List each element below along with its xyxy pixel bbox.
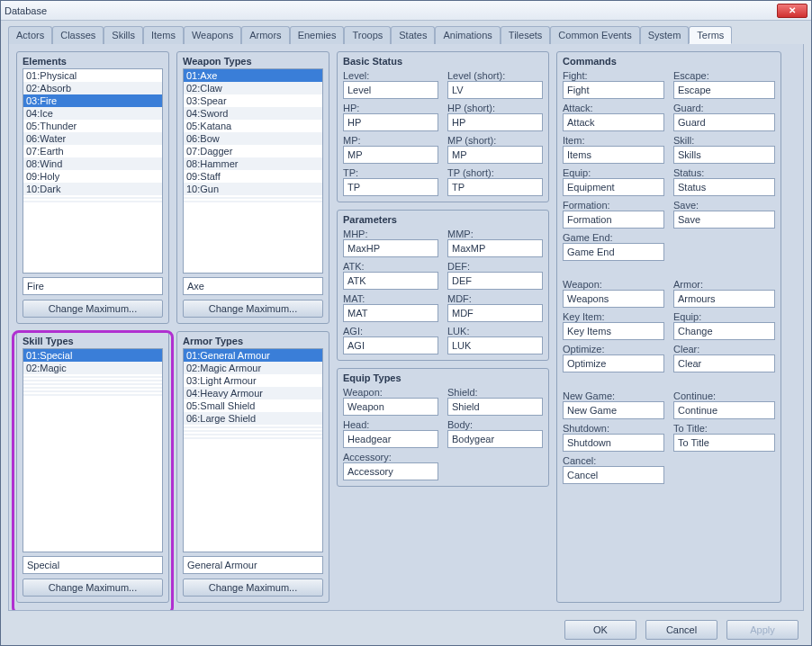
list-item[interactable]: 06:Bow	[184, 132, 322, 145]
field-input[interactable]	[447, 430, 543, 448]
field-input[interactable]	[343, 81, 438, 99]
list-item[interactable]: 05:Small Shield	[184, 399, 322, 412]
field-input[interactable]	[343, 430, 438, 448]
field-input[interactable]	[563, 354, 664, 372]
tab-states[interactable]: States	[391, 26, 435, 44]
field-input[interactable]	[343, 336, 438, 354]
field-input[interactable]	[673, 401, 775, 419]
list-item[interactable]	[184, 437, 322, 439]
tab-terms[interactable]: Terms	[689, 26, 732, 44]
field-input[interactable]	[673, 178, 775, 196]
field-input[interactable]	[447, 304, 543, 322]
field-input[interactable]	[343, 304, 438, 322]
field-input[interactable]	[673, 211, 775, 229]
list-item[interactable]: 02:Absorb	[23, 82, 162, 94]
tab-actors[interactable]: Actors	[8, 26, 52, 44]
field-input[interactable]	[447, 146, 543, 164]
list-item[interactable]: 08:Hammer	[184, 157, 322, 170]
field-input[interactable]	[673, 322, 775, 340]
field-input[interactable]	[563, 81, 664, 99]
tab-armors[interactable]: Armors	[241, 26, 289, 44]
list-item[interactable]: 01:General Armour	[184, 349, 322, 362]
field-input[interactable]	[563, 243, 664, 261]
field-input[interactable]	[447, 81, 543, 99]
elements-list[interactable]: 01:Physical02:Absorb03:Fire04:Ice05:Thun…	[23, 68, 163, 274]
list-item[interactable]	[23, 201, 162, 202]
list-item[interactable]: 10:Dark	[23, 183, 162, 195]
field-input[interactable]	[563, 401, 664, 419]
list-item[interactable]: 02:Magic	[23, 362, 162, 374]
weapon-types-value-input[interactable]	[183, 277, 323, 295]
armor-types-value-input[interactable]	[183, 556, 323, 574]
field-input[interactable]	[447, 178, 543, 196]
weapon-types-list[interactable]: 01:Axe02:Claw03:Spear04:Sword05:Katana06…	[183, 68, 323, 274]
field-input[interactable]	[673, 290, 775, 308]
field-input[interactable]	[563, 322, 664, 340]
tab-animations[interactable]: Animations	[435, 26, 500, 44]
field-input[interactable]	[447, 272, 543, 290]
field-input[interactable]	[563, 146, 664, 164]
list-item[interactable]: 02:Claw	[184, 82, 322, 94]
field-input[interactable]	[447, 239, 543, 257]
field-input[interactable]	[343, 462, 438, 480]
tab-system[interactable]: System	[640, 26, 690, 44]
field-input[interactable]	[447, 398, 543, 416]
field-input[interactable]	[563, 466, 664, 484]
list-item[interactable]	[23, 394, 162, 396]
tab-troops[interactable]: Troops	[344, 26, 391, 44]
armor-types-change-max-button[interactable]: Change Maximum...	[183, 579, 323, 597]
list-item[interactable]: 01:Special	[23, 349, 162, 362]
list-item[interactable]: 01:Axe	[184, 69, 322, 82]
elements-value-input[interactable]	[23, 277, 163, 295]
elements-change-max-button[interactable]: Change Maximum...	[23, 300, 163, 318]
armor-types-list[interactable]: 01:General Armour02:Magic Armour03:Light…	[183, 348, 323, 553]
list-item[interactable]: 09:Staff	[184, 170, 322, 183]
field-input[interactable]	[343, 272, 438, 290]
skill-types-list[interactable]: 01:Special02:Magic	[23, 348, 163, 553]
list-item[interactable]: 05:Katana	[184, 120, 322, 132]
list-item[interactable]: 07:Dagger	[184, 145, 322, 157]
skill-types-value-input[interactable]	[23, 556, 163, 574]
field-input[interactable]	[673, 146, 775, 164]
list-item[interactable]: 03:Fire	[23, 94, 162, 107]
field-input[interactable]	[343, 178, 438, 196]
field-input[interactable]	[343, 113, 438, 131]
field-input[interactable]	[673, 81, 775, 99]
list-item[interactable]: 05:Thunder	[23, 120, 162, 132]
list-item[interactable]: 07:Earth	[23, 145, 162, 157]
list-item[interactable]: 01:Physical	[23, 69, 162, 82]
list-item[interactable]: 08:Wind	[23, 157, 162, 170]
list-item[interactable]: 10:Gun	[184, 183, 322, 195]
list-item[interactable]: 09:Holy	[23, 170, 162, 183]
close-button[interactable]: ✕	[777, 4, 807, 18]
tab-enemies[interactable]: Enemies	[290, 26, 345, 44]
list-item[interactable]: 03:Spear	[184, 94, 322, 107]
tab-items[interactable]: Items	[143, 26, 184, 44]
weapon-types-change-max-button[interactable]: Change Maximum...	[183, 300, 323, 318]
field-input[interactable]	[673, 354, 775, 372]
list-item[interactable]: 06:Water	[23, 132, 162, 145]
list-item[interactable]	[184, 201, 322, 202]
tab-classes[interactable]: Classes	[52, 26, 104, 44]
field-input[interactable]	[563, 113, 664, 131]
tab-weapons[interactable]: Weapons	[184, 26, 241, 44]
tab-tilesets[interactable]: Tilesets	[501, 26, 551, 44]
field-input[interactable]	[343, 146, 438, 164]
field-input[interactable]	[563, 434, 664, 452]
cancel-button[interactable]: Cancel	[645, 620, 717, 640]
tab-skills[interactable]: Skills	[104, 26, 143, 44]
field-input[interactable]	[673, 434, 775, 452]
field-input[interactable]	[447, 113, 543, 131]
field-input[interactable]	[343, 398, 438, 416]
list-item[interactable]: 06:Large Shield	[184, 412, 322, 425]
field-input[interactable]	[343, 239, 438, 257]
list-item[interactable]: 04:Heavy Armour	[184, 387, 322, 399]
skill-types-change-max-button[interactable]: Change Maximum...	[23, 579, 163, 597]
list-item[interactable]: 04:Ice	[23, 107, 162, 120]
field-input[interactable]	[563, 211, 664, 229]
tab-common-events[interactable]: Common Events	[550, 26, 639, 44]
field-input[interactable]	[447, 336, 543, 354]
apply-button[interactable]: Apply	[726, 620, 798, 640]
list-item[interactable]: 04:Sword	[184, 107, 322, 120]
field-input[interactable]	[563, 178, 664, 196]
